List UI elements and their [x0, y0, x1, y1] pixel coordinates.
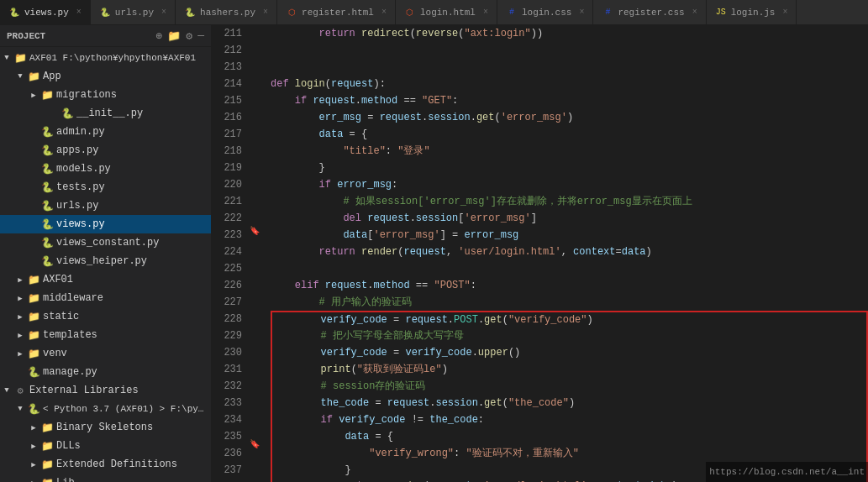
- html-icon: ⬡: [404, 7, 416, 18]
- sidebar-item-static[interactable]: ▶ 📁 static: [0, 307, 211, 326]
- collapse-arrow-icon: ▼: [0, 384, 13, 397]
- sidebar-item-views-heiper-py[interactable]: 🐍 views_heiper.py: [0, 252, 211, 270]
- collapse-icon[interactable]: —: [197, 29, 204, 43]
- code-line: return redirect(reverse("axt:login")): [271, 25, 868, 42]
- expand-arrow-icon: ▶: [13, 310, 27, 323]
- code-line-232: # session存的验证码: [271, 378, 868, 395]
- sidebar-item-views-constant-py[interactable]: 🐍 views_constant.py: [0, 233, 211, 252]
- item-label: < Python 3.7 (AXF01) > F:\python¥: [43, 404, 204, 414]
- tab-urls-py[interactable]: 🐍 urls.py ×: [91, 0, 176, 24]
- folder-icon: 📁: [40, 439, 54, 453]
- tab-views-py[interactable]: 🐍 views.py ×: [0, 0, 91, 24]
- tab-login-css[interactable]: # login.css ×: [497, 0, 593, 24]
- py-icon: 🐍: [8, 7, 20, 18]
- code-content[interactable]: return redirect(reverse("axt:login")) de…: [262, 25, 868, 482]
- py-file-icon: 🐍: [40, 125, 54, 139]
- item-label: urls.py: [56, 200, 98, 212]
- new-file-icon[interactable]: ⊕: [156, 29, 163, 43]
- sidebar-item-python37[interactable]: ▼ 🐍 < Python 3.7 (AXF01) > F:\python¥: [0, 400, 211, 418]
- close-icon[interactable]: ×: [161, 8, 166, 17]
- ext-libs-icon: ⚙: [13, 384, 27, 397]
- tab-hashers-py[interactable]: 🐍 hashers.py ×: [176, 0, 277, 24]
- py-file-icon: 🐍: [40, 162, 54, 176]
- item-label: static: [43, 311, 79, 322]
- sidebar-item-venv[interactable]: ▶ 📁 venv: [0, 344, 211, 363]
- code-line: elif request.method == "POST":: [271, 277, 868, 294]
- folder-icon: 📁: [40, 458, 54, 471]
- sidebar-item-manage-py[interactable]: 🐍 manage.py: [0, 363, 211, 381]
- new-folder-icon[interactable]: 📁: [167, 29, 181, 43]
- py-file-icon: 🐍: [40, 181, 54, 194]
- sidebar-item-migrations[interactable]: ▶ 📁 migrations: [0, 86, 211, 104]
- folder-icon: 📁: [40, 421, 54, 434]
- sidebar-item-urls-py[interactable]: 🐍 urls.py: [0, 196, 211, 215]
- sidebar-item-lib[interactable]: ▶ 📁 Lib: [0, 474, 211, 482]
- sidebar-item-init-py[interactable]: 🐍 __init__.py: [0, 104, 211, 123]
- css-icon: #: [506, 7, 518, 18]
- sidebar-item-views-py[interactable]: 🐍 views.py: [0, 215, 211, 233]
- sidebar-item-external-libs[interactable]: ▼ ⚙ External Libraries: [0, 381, 211, 400]
- sidebar-item-axf01-folder[interactable]: ▶ 📁 AXF01: [0, 270, 211, 289]
- sidebar-item-axf01-root[interactable]: ▼ 📁 AXF01 F:\python¥yhpython¥AXF01: [0, 49, 211, 67]
- settings-icon[interactable]: ⚙: [186, 29, 192, 43]
- expand-arrow-icon: ▶: [13, 328, 27, 342]
- item-label: tests.py: [56, 181, 105, 193]
- code-line: return render(request, 'user/login.html'…: [271, 244, 868, 260]
- tab-login-html[interactable]: ⬡ login.html ×: [396, 0, 497, 24]
- close-icon[interactable]: ×: [782, 8, 787, 17]
- close-icon[interactable]: ×: [381, 8, 387, 17]
- sidebar-item-models-py[interactable]: 🐍 models.py: [0, 160, 211, 178]
- close-icon[interactable]: ×: [263, 8, 268, 17]
- folder-icon: 📁: [27, 328, 40, 342]
- code-line: [271, 260, 868, 277]
- folder-icon: 📁: [27, 273, 40, 286]
- folder-icon: 📁: [40, 476, 54, 482]
- sidebar-item-templates[interactable]: ▶ 📁 templates: [0, 326, 211, 344]
- sidebar-header: Project ⊕ 📁 ⚙ —: [0, 25, 211, 47]
- tab-login-js[interactable]: JS login.js ×: [707, 0, 797, 24]
- sidebar-tree[interactable]: ▼ 📁 AXF01 F:\python¥yhpython¥AXF01 ▼ 📁 A…: [0, 47, 211, 482]
- code-line: if request.method == "GET":: [271, 92, 868, 109]
- sidebar-item-extended-defs[interactable]: ▶ 📁 Extended Definitions: [0, 455, 211, 474]
- sidebar-item-binary-skeletons[interactable]: ▶ 📁 Binary Skeletons: [0, 418, 211, 437]
- py-file-icon: 🐍: [40, 236, 54, 249]
- folder-icon: 📁: [27, 347, 40, 360]
- sidebar-item-admin-py[interactable]: 🐍 admin.py: [0, 123, 211, 141]
- expand-arrow-icon: ▶: [27, 476, 40, 482]
- sidebar-item-app[interactable]: ▼ 📁 App: [0, 67, 211, 86]
- expand-arrow-icon: ▶: [13, 273, 27, 286]
- tab-label: login.js: [731, 8, 776, 18]
- tab-bar: 🐍 views.py × 🐍 urls.py × 🐍 hashers.py × …: [0, 0, 868, 25]
- line-numbers: 211212213214215 216217218219220 22122222…: [212, 25, 247, 482]
- item-label: venv: [43, 348, 67, 359]
- item-label: views_constant.py: [56, 237, 159, 249]
- sidebar-item-tests-py[interactable]: 🐍 tests.py: [0, 178, 211, 196]
- folder-icon: 📁: [13, 51, 27, 65]
- sidebar-icons: ⊕ 📁 ⚙ —: [156, 29, 204, 43]
- py-file-icon: 🐍: [27, 365, 40, 379]
- item-label: middleware: [43, 292, 103, 304]
- code-line-230: verify_code = verify_code.upper(): [271, 344, 868, 361]
- collapse-arrow-icon: ▼: [13, 70, 27, 83]
- tab-label: urls.py: [115, 8, 154, 18]
- tab-register-html[interactable]: ⬡ register.html ×: [277, 0, 396, 24]
- folder-icon: 📁: [27, 310, 40, 323]
- folder-icon: 📁: [27, 70, 40, 83]
- close-icon[interactable]: ×: [579, 8, 584, 17]
- html-icon: ⬡: [286, 7, 297, 18]
- code-area[interactable]: 211212213214215 216217218219220 22122222…: [212, 25, 868, 482]
- folder-icon: 📁: [27, 291, 40, 305]
- code-line: err_msg = request.session.get('error_msg…: [271, 109, 868, 126]
- close-icon[interactable]: ×: [483, 8, 488, 17]
- item-label: External Libraries: [29, 385, 139, 396]
- close-icon[interactable]: ×: [692, 8, 697, 17]
- tab-register-css[interactable]: # register.css ×: [593, 0, 706, 24]
- sidebar-item-dlls[interactable]: ▶ 📁 DLLs: [0, 437, 211, 455]
- sidebar: Project ⊕ 📁 ⚙ — ▼ 📁 AXF01 F:\python¥yhpy…: [0, 25, 212, 482]
- sidebar-item-middleware[interactable]: ▶ 📁 middleware: [0, 289, 211, 307]
- item-label: admin.py: [56, 126, 105, 138]
- expand-arrow-icon: ▶: [13, 291, 27, 305]
- sidebar-item-apps-py[interactable]: 🐍 apps.py: [0, 141, 211, 160]
- expand-arrow-icon: [47, 107, 60, 120]
- close-icon[interactable]: ×: [76, 8, 82, 17]
